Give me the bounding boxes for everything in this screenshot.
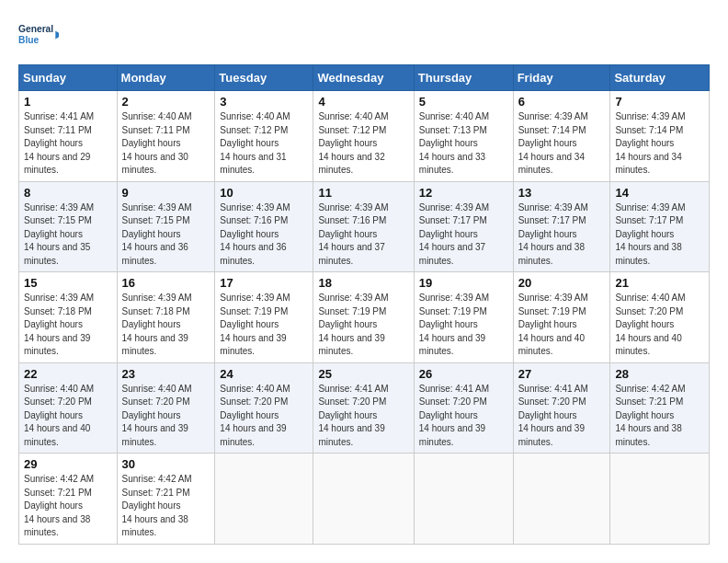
calendar-cell: 24 Sunrise: 4:40 AMSunset: 7:20 PMDaylig… <box>215 362 313 454</box>
calendar-week-1: 1 Sunrise: 4:41 AMSunset: 7:11 PMDayligh… <box>19 91 710 182</box>
day-info: Sunrise: 4:40 AMSunset: 7:20 PMDaylight … <box>615 293 685 356</box>
calendar-cell: 3 Sunrise: 4:40 AMSunset: 7:12 PMDayligh… <box>215 91 313 182</box>
calendar-cell: 5 Sunrise: 4:40 AMSunset: 7:13 PMDayligh… <box>414 91 513 182</box>
calendar-cell: 4 Sunrise: 4:40 AMSunset: 7:12 PMDayligh… <box>313 91 414 182</box>
day-info: Sunrise: 4:39 AMSunset: 7:16 PMDaylight … <box>220 202 290 266</box>
logo: General Blue <box>18 15 59 55</box>
day-number: 29 <box>24 457 112 471</box>
day-info: Sunrise: 4:39 AMSunset: 7:19 PMDaylight … <box>518 293 588 356</box>
day-number: 25 <box>318 367 408 381</box>
calendar-cell <box>215 454 313 545</box>
day-number: 5 <box>419 95 508 109</box>
calendar-cell: 12 Sunrise: 4:39 AMSunset: 7:17 PMDaylig… <box>414 181 513 272</box>
day-info: Sunrise: 4:39 AMSunset: 7:18 PMDaylight … <box>24 293 94 356</box>
day-info: Sunrise: 4:41 AMSunset: 7:11 PMDaylight … <box>24 111 94 175</box>
day-number: 2 <box>122 95 210 109</box>
calendar-cell: 19 Sunrise: 4:39 AMSunset: 7:19 PMDaylig… <box>414 272 513 363</box>
calendar-week-5: 29 Sunrise: 4:42 AMSunset: 7:21 PMDaylig… <box>19 454 710 545</box>
day-number: 11 <box>318 186 408 200</box>
calendar-cell: 2 Sunrise: 4:40 AMSunset: 7:11 PMDayligh… <box>117 91 215 182</box>
day-number: 22 <box>24 367 112 381</box>
day-number: 21 <box>615 276 704 290</box>
day-number: 26 <box>419 367 508 381</box>
day-number: 9 <box>122 186 210 200</box>
day-info: Sunrise: 4:40 AMSunset: 7:12 PMDaylight … <box>318 111 388 175</box>
day-info: Sunrise: 4:39 AMSunset: 7:19 PMDaylight … <box>318 293 388 356</box>
calendar-cell: 8 Sunrise: 4:39 AMSunset: 7:15 PMDayligh… <box>19 181 118 272</box>
svg-text:General: General <box>18 24 53 34</box>
day-info: Sunrise: 4:39 AMSunset: 7:14 PMDaylight … <box>615 111 685 175</box>
day-number: 6 <box>518 95 606 109</box>
calendar-header-sunday: Sunday <box>19 65 118 91</box>
day-info: Sunrise: 4:40 AMSunset: 7:12 PMDaylight … <box>220 111 290 175</box>
calendar-cell <box>610 454 710 545</box>
calendar-cell: 14 Sunrise: 4:39 AMSunset: 7:17 PMDaylig… <box>610 181 710 272</box>
day-info: Sunrise: 4:40 AMSunset: 7:20 PMDaylight … <box>24 384 94 447</box>
logo-svg: General Blue <box>18 15 59 55</box>
day-info: Sunrise: 4:40 AMSunset: 7:13 PMDaylight … <box>419 111 489 175</box>
day-info: Sunrise: 4:39 AMSunset: 7:18 PMDaylight … <box>122 293 192 356</box>
calendar-cell: 21 Sunrise: 4:40 AMSunset: 7:20 PMDaylig… <box>610 272 710 363</box>
calendar-cell: 20 Sunrise: 4:39 AMSunset: 7:19 PMDaylig… <box>513 272 610 363</box>
calendar-table: SundayMondayTuesdayWednesdayThursdayFrid… <box>18 64 710 545</box>
day-number: 24 <box>220 367 308 381</box>
calendar-cell: 9 Sunrise: 4:39 AMSunset: 7:15 PMDayligh… <box>117 181 215 272</box>
calendar-cell: 15 Sunrise: 4:39 AMSunset: 7:18 PMDaylig… <box>19 272 118 363</box>
day-number: 18 <box>318 276 408 290</box>
day-info: Sunrise: 4:41 AMSunset: 7:20 PMDaylight … <box>419 384 489 447</box>
day-info: Sunrise: 4:42 AMSunset: 7:21 PMDaylight … <box>615 384 685 447</box>
day-info: Sunrise: 4:39 AMSunset: 7:19 PMDaylight … <box>419 293 489 356</box>
calendar-cell: 26 Sunrise: 4:41 AMSunset: 7:20 PMDaylig… <box>414 362 513 454</box>
day-number: 3 <box>220 95 308 109</box>
calendar-cell <box>313 454 414 545</box>
day-number: 7 <box>615 95 704 109</box>
header: General Blue <box>18 15 710 55</box>
calendar-cell: 30 Sunrise: 4:42 AMSunset: 7:21 PMDaylig… <box>117 454 215 545</box>
day-number: 4 <box>318 95 408 109</box>
day-number: 8 <box>24 186 112 200</box>
day-number: 1 <box>24 95 112 109</box>
day-info: Sunrise: 4:39 AMSunset: 7:19 PMDaylight … <box>220 293 290 356</box>
day-info: Sunrise: 4:42 AMSunset: 7:21 PMDaylight … <box>122 474 192 537</box>
page: General Blue SundayMondayTuesdayWednesda… <box>0 0 728 563</box>
calendar-week-3: 15 Sunrise: 4:39 AMSunset: 7:18 PMDaylig… <box>19 272 710 363</box>
calendar-cell <box>414 454 513 545</box>
calendar-header-monday: Monday <box>117 65 215 91</box>
day-number: 28 <box>615 367 704 381</box>
calendar-cell: 10 Sunrise: 4:39 AMSunset: 7:16 PMDaylig… <box>215 181 313 272</box>
day-number: 12 <box>419 186 508 200</box>
calendar-cell <box>513 454 610 545</box>
day-info: Sunrise: 4:41 AMSunset: 7:20 PMDaylight … <box>318 384 388 447</box>
day-number: 13 <box>518 186 606 200</box>
calendar-header-saturday: Saturday <box>610 65 710 91</box>
calendar-cell: 27 Sunrise: 4:41 AMSunset: 7:20 PMDaylig… <box>513 362 610 454</box>
calendar-header-friday: Friday <box>513 65 610 91</box>
day-number: 23 <box>122 367 210 381</box>
day-number: 17 <box>220 276 308 290</box>
calendar-cell: 28 Sunrise: 4:42 AMSunset: 7:21 PMDaylig… <box>610 362 710 454</box>
calendar-header-row: SundayMondayTuesdayWednesdayThursdayFrid… <box>19 65 710 91</box>
day-number: 30 <box>122 457 210 471</box>
calendar-cell: 29 Sunrise: 4:42 AMSunset: 7:21 PMDaylig… <box>19 454 118 545</box>
day-number: 16 <box>122 276 210 290</box>
calendar-week-4: 22 Sunrise: 4:40 AMSunset: 7:20 PMDaylig… <box>19 362 710 454</box>
calendar-header-tuesday: Tuesday <box>215 65 313 91</box>
day-info: Sunrise: 4:40 AMSunset: 7:20 PMDaylight … <box>122 384 192 447</box>
day-info: Sunrise: 4:39 AMSunset: 7:17 PMDaylight … <box>419 202 489 266</box>
day-number: 10 <box>220 186 308 200</box>
calendar-cell: 22 Sunrise: 4:40 AMSunset: 7:20 PMDaylig… <box>19 362 118 454</box>
calendar-cell: 11 Sunrise: 4:39 AMSunset: 7:16 PMDaylig… <box>313 181 414 272</box>
day-info: Sunrise: 4:40 AMSunset: 7:20 PMDaylight … <box>220 384 290 447</box>
calendar-header-wednesday: Wednesday <box>313 65 414 91</box>
calendar-cell: 25 Sunrise: 4:41 AMSunset: 7:20 PMDaylig… <box>313 362 414 454</box>
calendar-week-2: 8 Sunrise: 4:39 AMSunset: 7:15 PMDayligh… <box>19 181 710 272</box>
calendar-cell: 17 Sunrise: 4:39 AMSunset: 7:19 PMDaylig… <box>215 272 313 363</box>
day-info: Sunrise: 4:39 AMSunset: 7:16 PMDaylight … <box>318 202 388 266</box>
day-info: Sunrise: 4:42 AMSunset: 7:21 PMDaylight … <box>24 474 94 537</box>
day-number: 14 <box>615 186 704 200</box>
day-info: Sunrise: 4:41 AMSunset: 7:20 PMDaylight … <box>518 384 588 447</box>
day-number: 27 <box>518 367 606 381</box>
svg-marker-2 <box>55 31 59 40</box>
day-info: Sunrise: 4:39 AMSunset: 7:15 PMDaylight … <box>24 202 94 266</box>
day-info: Sunrise: 4:39 AMSunset: 7:17 PMDaylight … <box>615 202 685 266</box>
